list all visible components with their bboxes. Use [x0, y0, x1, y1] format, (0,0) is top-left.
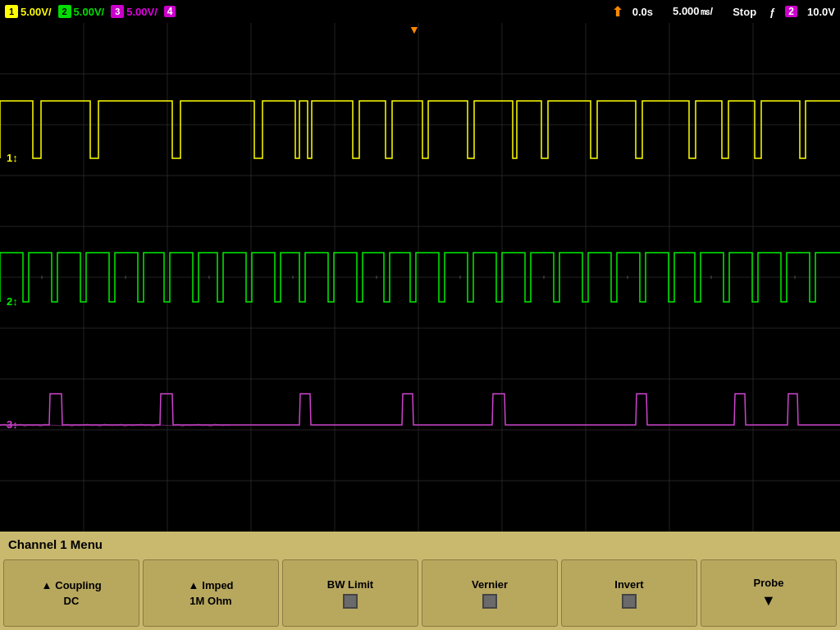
- bottom-area: Channel 1 Menu ▲ coupling DC ▲ Imped 1M …: [0, 532, 840, 630]
- ch1-num: 1: [5, 5, 18, 18]
- vernier-label: Vernier: [472, 578, 508, 591]
- coupling-val: DC: [64, 595, 80, 607]
- trig-ch: 2: [785, 6, 797, 17]
- ch4-box: 4: [164, 6, 176, 17]
- probe-top-label: Probe: [754, 577, 784, 589]
- run-state: Stop: [733, 6, 756, 18]
- vernier-checkbox[interactable]: [482, 594, 497, 609]
- ch1-ground-marker: 1↕: [7, 152, 18, 164]
- bw-limit-button[interactable]: BW Limit: [282, 559, 418, 627]
- imped-top-label: ▲ Imped: [188, 579, 233, 591]
- ch2-label: 2 5.00V/: [58, 5, 105, 18]
- invert-label: Invert: [614, 578, 643, 591]
- coupling-up-arrow: ▲: [41, 579, 52, 591]
- time-div: 5.000㎳/: [673, 4, 713, 19]
- ch3-waveform: [0, 394, 840, 425]
- menu-title-text: Channel 1 Menu: [8, 537, 103, 551]
- ch3-ground-marker: 3↕: [7, 418, 18, 431]
- ch2-num: 2: [58, 5, 71, 18]
- trig-icon: ƒ: [769, 6, 775, 18]
- time-offset: 0.0s: [632, 6, 653, 18]
- imped-up-arrow: ▲: [188, 579, 199, 591]
- waveform-display: 1↕ 2↕ 3↕: [0, 23, 840, 532]
- trig-val: 10.0V: [807, 6, 835, 18]
- invert-button[interactable]: Invert: [561, 559, 697, 627]
- probe-button[interactable]: Probe ▼: [701, 559, 837, 627]
- header-bar: 1 5.00V/ 2 5.00V/ 3 5.00V/ 4 ⬆ 0.0s 5.00…: [0, 0, 840, 23]
- bw-limit-checkbox[interactable]: [343, 594, 358, 609]
- invert-top-label: Invert: [614, 578, 643, 591]
- ch2-val: 5.00V/: [74, 6, 105, 18]
- bw-limit-top-label: BW Limit: [327, 578, 373, 591]
- invert-checkbox[interactable]: [622, 594, 637, 609]
- trigger-position-arrow: ⬆: [612, 4, 623, 20]
- vernier-top-label: Vernier: [472, 578, 508, 591]
- ch1-label: 1 5.00V/: [5, 5, 52, 18]
- ch3-val: 5.00V/: [126, 6, 158, 18]
- ch2-ground-marker: 2↕: [7, 295, 18, 308]
- coupling-button[interactable]: ▲ coupling DC: [3, 559, 139, 627]
- coupling-label: coupling: [55, 579, 101, 591]
- ch3-num: 3: [111, 5, 124, 18]
- imped-button[interactable]: ▲ Imped 1M Ohm: [143, 559, 279, 627]
- probe-down-arrow: ▼: [761, 592, 776, 609]
- menu-buttons-row: ▲ coupling DC ▲ Imped 1M Ohm BW Limit Ve…: [0, 556, 840, 630]
- probe-label: Probe: [754, 577, 784, 589]
- imped-val: 1M Ohm: [189, 595, 231, 607]
- bw-limit-label: BW Limit: [327, 578, 373, 591]
- coupling-top-label: ▲ coupling: [41, 579, 101, 591]
- vernier-button[interactable]: Vernier: [422, 559, 558, 627]
- ch1-waveform: [0, 101, 840, 158]
- ch1-val: 5.00V/: [21, 6, 52, 18]
- ch2-waveform: [0, 253, 840, 302]
- ch3-label: 3 5.00V/: [111, 5, 158, 18]
- menu-title: Channel 1 Menu: [0, 532, 840, 556]
- scope-display: ▼: [0, 23, 840, 532]
- imped-label: Imped: [202, 579, 233, 591]
